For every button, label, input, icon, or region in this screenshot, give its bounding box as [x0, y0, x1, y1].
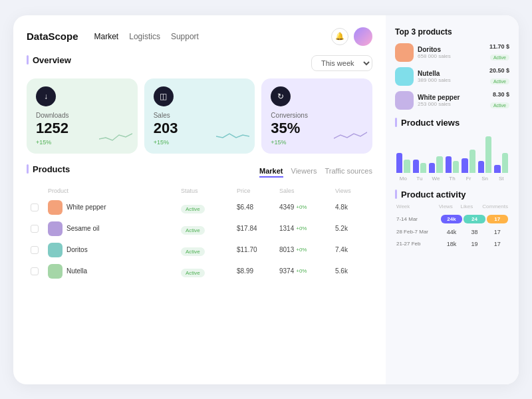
- main-card: DataScope Market Logistics Support 🔔 Ove…: [13, 15, 519, 384]
- tab-market[interactable]: Market: [259, 167, 283, 178]
- tp-right-2: 20.50 $ Active: [489, 67, 509, 86]
- product-cell: Sesame oil: [48, 221, 178, 236]
- bar-mo: [396, 153, 410, 173]
- tp-dot-3: [395, 91, 414, 110]
- table-row[interactable]: Doritos Active $11.70 8013 +0% 7.4k: [27, 239, 372, 261]
- tp-right-3: 8.30 $ Active: [490, 91, 509, 110]
- col-product: Product: [48, 188, 178, 194]
- label-we: We: [429, 176, 443, 182]
- bar-green-tu: [420, 163, 426, 173]
- logo: DataScope: [27, 31, 78, 42]
- conversions-icon: ↻: [271, 86, 291, 106]
- tab-viewers[interactable]: Viewers: [291, 167, 317, 178]
- status-badge: Active: [181, 226, 205, 235]
- bar-we: [429, 156, 443, 173]
- time-select[interactable]: This week: [311, 55, 372, 71]
- products-section-header: Products: [27, 164, 70, 174]
- status-badge: Active: [181, 247, 205, 256]
- product-cell: Doritos: [48, 243, 178, 257]
- row-checkbox[interactable]: [31, 246, 39, 254]
- product-cell: Nutella: [48, 264, 178, 279]
- tp-info-1: Doritos 658 000 sales: [418, 46, 485, 59]
- avatar: [354, 27, 372, 46]
- label-tu: Tu: [413, 176, 427, 182]
- products-tabs: Market Viewers Traffic sources: [259, 167, 372, 178]
- tp-badge-2: Active: [490, 78, 509, 84]
- tp-sales-3: 253 000 sales: [418, 101, 486, 107]
- tab-traffic[interactable]: Traffic sources: [325, 167, 372, 178]
- overview-title: Overview: [33, 55, 71, 65]
- product-cell: White pepper: [48, 200, 178, 215]
- conversions-label: Conversions: [271, 112, 363, 119]
- table-header: Product Status Price Sales Views: [27, 185, 372, 197]
- nav: Market Logistics Support: [94, 32, 331, 41]
- bar-green-st: [502, 153, 508, 173]
- views: 5.6k: [335, 267, 368, 275]
- product-name: White pepper: [66, 203, 106, 211]
- act-views-2: 44k: [441, 229, 462, 235]
- table-row[interactable]: Sesame oil Active $17.84 1314 +0% 5.2k: [27, 218, 372, 239]
- tp-dot-1: [395, 43, 414, 62]
- act-likes-3: 19: [464, 241, 485, 247]
- activity-cols: Week Views Likes Comments: [395, 203, 509, 209]
- top-product-2[interactable]: Nutella 389 000 sales 20.50 $ Active: [395, 67, 509, 86]
- act-week-3: 21-27 Feb: [396, 241, 440, 247]
- bar-green-fr: [469, 150, 475, 173]
- act-views-1: 24k: [441, 215, 462, 223]
- products-title: Products: [33, 164, 70, 174]
- chart-section: Product views: [395, 118, 509, 182]
- bar-green-we: [436, 156, 442, 173]
- act-comments-3: 17: [487, 241, 508, 247]
- sales-label: Sales: [154, 112, 246, 119]
- sales-cell: 8013 +0%: [279, 246, 332, 253]
- nav-support[interactable]: Support: [171, 32, 199, 41]
- table-row[interactable]: White pepper Active $6.48 4349 +0% 4.8k: [27, 197, 372, 218]
- downloads-label: Downloads: [36, 112, 128, 119]
- stat-card-sales: ◫ Sales 203 +15%: [144, 78, 255, 154]
- price: $11.70: [237, 246, 277, 253]
- label-th: Th: [446, 176, 460, 182]
- sales-cell: 4349 +0%: [279, 203, 332, 211]
- overview-section-header: Overview: [27, 55, 71, 65]
- views-title: Product views: [401, 118, 460, 128]
- stat-card-downloads: ↓ Downloads 1252 +15%: [27, 78, 138, 154]
- products-section: Products Market Viewers Traffic sources …: [27, 164, 372, 282]
- col-week: Week: [396, 203, 438, 209]
- row-checkbox[interactable]: [31, 203, 39, 211]
- dashboard: DataScope Market Logistics Support 🔔 Ove…: [0, 0, 532, 399]
- tp-price-3: 8.30 $: [490, 91, 509, 98]
- tp-info-2: Nutella 389 000 sales: [418, 70, 485, 83]
- bell-icon[interactable]: 🔔: [331, 28, 348, 45]
- section-bar: [27, 55, 29, 65]
- product-name: Sesame oil: [66, 225, 99, 232]
- act-week-2: 28 Feb-7 Mar: [396, 229, 440, 235]
- col-views: Views: [439, 203, 460, 209]
- views: 4.8k: [335, 203, 368, 211]
- row-checkbox[interactable]: [31, 225, 39, 233]
- stat-card-conversions: ↻ Conversions 35% +15%: [261, 78, 372, 154]
- table-row[interactable]: Nutella Active $8.99 9374 +0% 5.6k: [27, 261, 372, 282]
- views-bar: [395, 118, 397, 127]
- tp-name-3: White pepper: [418, 94, 486, 101]
- products-header: Products Market Viewers Traffic sources: [27, 164, 372, 181]
- label-fr: Fr: [462, 176, 475, 182]
- chart-bars: [395, 133, 509, 173]
- sales-cell: 1314 +0%: [279, 225, 332, 232]
- top-product-1[interactable]: Doritos 658 000 sales 11.70 $ Active: [395, 43, 509, 62]
- top-product-3[interactable]: White pepper 253 000 sales 8.30 $ Active: [395, 91, 509, 110]
- bar-blue-we: [429, 163, 435, 173]
- views: 7.4k: [335, 246, 368, 253]
- activity-row-1: 7-14 Mar 24k 24 17: [395, 212, 509, 226]
- nav-market[interactable]: Market: [94, 32, 119, 41]
- tp-price-2: 20.50 $: [489, 67, 509, 74]
- activity-section: Product activity Week Views Likes Commen…: [395, 190, 509, 250]
- overview-header: Overview This week: [27, 55, 372, 72]
- nav-logistics[interactable]: Logistics: [129, 32, 160, 41]
- label-st: St: [494, 176, 508, 182]
- row-checkbox[interactable]: [31, 267, 39, 275]
- tp-info-3: White pepper 253 000 sales: [418, 94, 486, 107]
- downloads-chart: [99, 128, 132, 146]
- right-panel: Top 3 products Doritos 658 000 sales 11.…: [386, 15, 519, 384]
- price: $8.99: [237, 267, 277, 275]
- tp-sales-1: 658 000 sales: [418, 53, 485, 59]
